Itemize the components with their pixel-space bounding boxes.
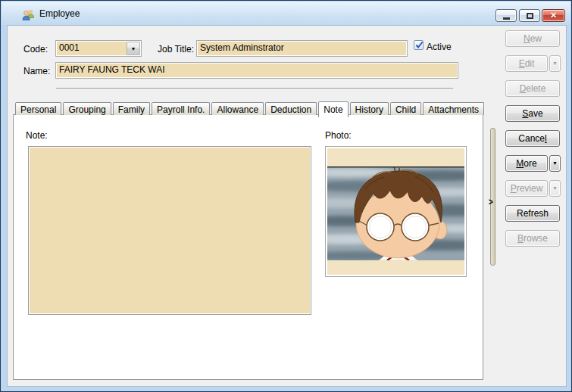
tab-personal[interactable]: Personal (15, 102, 61, 115)
close-button[interactable]: ✕ (542, 9, 565, 22)
photo-box (325, 146, 467, 277)
photo-label: Photo: (325, 130, 352, 141)
note-label: Note: (26, 130, 48, 141)
minimize-icon (503, 17, 510, 20)
edit-button-row: Edit ▼ (505, 55, 561, 72)
people-icon (22, 8, 35, 21)
delete-button-row: Delete (505, 80, 561, 97)
check-icon (414, 40, 424, 50)
tab-note[interactable]: Note (318, 101, 348, 117)
more-button-row: More ▼ (505, 155, 561, 172)
window-title: Employee (39, 8, 80, 19)
tabstrip: Personal Grouping Family Payroll Info. A… (15, 102, 486, 115)
splitter-collapse-arrow[interactable]: > (489, 196, 498, 209)
more-button[interactable]: More (505, 155, 548, 172)
tab-attachments[interactable]: Attachments (423, 102, 484, 115)
note-textarea[interactable] (28, 146, 311, 315)
save-button-row: Save (505, 105, 561, 122)
close-icon: ✕ (550, 11, 557, 20)
code-combobox[interactable]: 0001 ▼ (55, 40, 142, 57)
refresh-button-row: Refresh (505, 205, 561, 222)
maximize-button[interactable] (519, 9, 540, 22)
name-value: FAIRY FAUNG TECK WAI (59, 64, 165, 75)
minimize-button[interactable] (495, 9, 517, 22)
delete-button: Delete (505, 80, 560, 97)
maximize-icon (527, 13, 533, 19)
cartoon-avatar (327, 166, 464, 260)
edit-button: Edit (505, 55, 548, 72)
employee-window: Employee ✕ Code: 0001 ▼ Job Title: Syste… (0, 0, 572, 392)
preview-dropdown-arrow: ▼ (549, 180, 561, 197)
more-dropdown-arrow[interactable]: ▼ (549, 155, 561, 172)
name-label: Name: (23, 66, 50, 76)
job-title-value: System Adminstrator (200, 42, 284, 53)
preview-button-row: Preview ▼ (505, 180, 561, 197)
active-label: Active (427, 42, 452, 52)
refresh-button[interactable]: Refresh (505, 205, 560, 222)
tab-history[interactable]: History (350, 102, 389, 115)
code-label: Code: (23, 44, 48, 54)
employee-photo (327, 148, 464, 275)
tab-child[interactable]: Child (390, 102, 421, 115)
chevron-down-icon: ▼ (131, 42, 136, 56)
save-button[interactable]: Save (505, 105, 560, 122)
cancel-button[interactable]: Cancel (505, 130, 560, 147)
preview-button: Preview (505, 180, 548, 197)
browse-button-row: Browse (505, 230, 561, 247)
name-field[interactable]: FAIRY FAUNG TECK WAI (55, 62, 458, 79)
code-value: 0001 (59, 42, 80, 53)
tab-family[interactable]: Family (113, 102, 150, 115)
titlebar[interactable]: Employee ✕ (2, 2, 570, 25)
job-title-label: Job Title: (158, 44, 194, 54)
tab-payroll-info[interactable]: Payroll Info. (152, 102, 210, 115)
cancel-button-row: Cancel (505, 130, 561, 147)
edit-dropdown-arrow: ▼ (549, 55, 561, 72)
header-separator (56, 88, 453, 89)
active-checkbox[interactable] (414, 40, 424, 50)
new-button-row: New (505, 30, 561, 47)
new-button: New (505, 30, 560, 47)
tab-allowance[interactable]: Allowance (211, 102, 264, 115)
code-dropdown-button[interactable]: ▼ (127, 42, 140, 55)
browse-button: Browse (505, 230, 560, 247)
tab-deduction[interactable]: Deduction (265, 102, 317, 115)
job-title-field[interactable]: System Adminstrator (196, 40, 408, 57)
tab-grouping[interactable]: Grouping (63, 102, 111, 115)
